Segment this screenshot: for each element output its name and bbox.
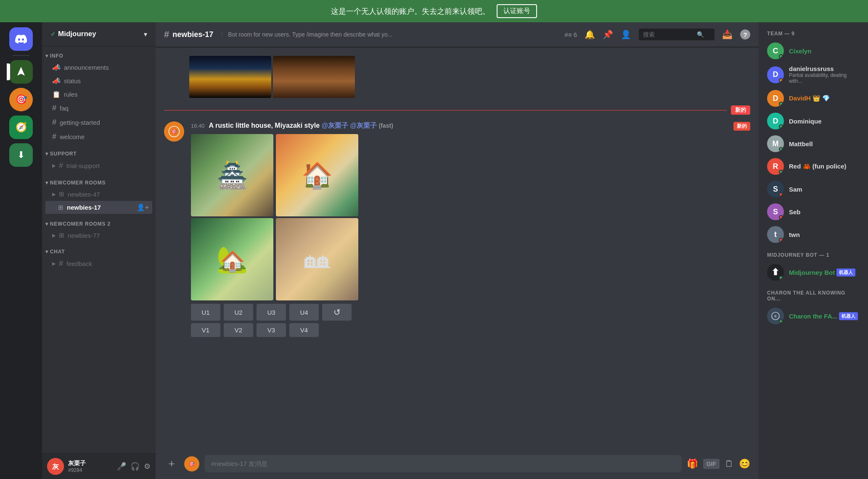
verify-account-button[interactable]: 认证账号 [497,4,537,18]
message-input-box[interactable] [204,455,682,472]
member-avatar-mattbell: M [767,135,784,152]
member-midjourney-bot[interactable]: Midjourney Bot 机器人 [764,261,863,283]
sticker-icon[interactable]: 🗒 [725,458,734,469]
help-icon[interactable]: ? [740,29,750,39]
member-status: Partial availability, dealing with... [789,72,860,84]
pin-icon[interactable]: 📌 [603,29,613,39]
grid-image-4: 🏘 [276,218,358,300]
u4-button[interactable]: U4 [289,304,319,321]
server-dropdown-icon[interactable]: ▾ [144,30,147,38]
add-content-button[interactable]: + [164,456,179,471]
gift-icon[interactable]: 🎁 [687,458,698,469]
members-list-icon[interactable]: 👤 [621,29,631,39]
u1-button[interactable]: U1 [191,304,220,321]
v4-button[interactable]: V4 [289,323,319,337]
channel-newbies-17[interactable]: ⊞ newbies-17 👤+ [45,201,152,214]
channel-trial-support[interactable]: ▶ # trial-support [45,159,152,173]
message-author: A rustic little house, Miyazaki style @灰… [209,121,393,130]
deafen-button[interactable]: 🎧 [130,462,140,471]
channel-feedback[interactable]: ▶ # feedback [45,257,152,271]
channel-newbies-47[interactable]: ▶ ⊞ newbies-47 [45,188,152,200]
category-arrow: ▾ [45,221,48,227]
channel-name: faq [60,105,69,112]
bot-tag: 机器人 [836,268,855,276]
member-name: Dominique [789,118,860,125]
v1-button[interactable]: V1 [191,323,220,337]
gif-button[interactable]: GIF [703,459,720,469]
channel-name: status [64,77,81,84]
server-icon-discord[interactable] [9,27,33,51]
add-member-icon[interactable]: 👤+ [137,203,149,211]
channel-rules[interactable]: 📋 rules [45,88,152,101]
server-icon-download[interactable]: ⬇ [9,143,33,167]
search-box[interactable]: 🔍 [639,29,715,40]
member-name: Red 🦀 (fun police) [789,163,860,170]
channel-announcements[interactable]: 📣 announcements [45,61,152,74]
member-mattbell[interactable]: M Mattbell [764,133,863,155]
member-info-dominique: Dominique [789,118,860,125]
thread-hash-icon: ⊞ [59,190,64,198]
member-sam[interactable]: S Sam [764,178,863,200]
new-message-divider: 新的 [164,105,750,115]
channel-faq[interactable]: # faq [45,101,152,115]
channel-name: newbies-77 [68,232,100,239]
settings-button[interactable]: ⚙ [144,462,151,471]
member-info-twn: twn [789,231,860,238]
members-sidebar: TEAM — 9 C Cixelyn D danielrussruss Part… [759,22,868,479]
member-seb[interactable]: S Seb [764,201,863,223]
mention: @灰栗子 [322,122,349,129]
v3-button[interactable]: V3 [257,323,286,337]
emoji-icon[interactable]: 😊 [739,458,750,469]
u2-button[interactable]: U2 [224,304,253,321]
server-header[interactable]: ✓ Midjourney ▾ [42,22,156,46]
member-danielrussruss[interactable]: D danielrussruss Partial availability, d… [764,63,863,87]
server-name: Midjourney [58,30,96,38]
member-info-red: Red 🦀 (fun police) [789,163,860,170]
inbox-icon[interactable]: 📥 [722,29,733,39]
v2-button[interactable]: V2 [224,323,253,337]
thread-count[interactable]: #≡ 6 [565,31,577,38]
refresh-button[interactable]: ↺ [322,304,352,321]
server-icon-green[interactable]: 🧭 [9,116,33,139]
member-info-seb: Seb [789,208,860,216]
member-davidh[interactable]: D DavidH 👑 💎 [764,87,863,109]
channel-header: # newbies-17 Bot room for new users. Typ… [156,22,759,47]
u3-button[interactable]: U3 [257,304,286,321]
main-content: # newbies-17 Bot room for new users. Typ… [156,22,759,479]
channel-status[interactable]: 📣 status [45,74,152,87]
category-label: NEWCOMER ROOMS 2 [50,221,111,227]
category-arrow: ▾ [45,151,48,157]
member-charon[interactable]: C Charon the FA... 机器人 [764,305,863,327]
channel-getting-started[interactable]: # getting-started [45,116,152,129]
server-icon-sail[interactable] [9,60,33,84]
message-header: 16:40 A rustic little house, Miyazaki st… [191,121,750,131]
member-name: Cixelyn [789,47,860,55]
member-info-mjbot: Midjourney Bot 机器人 [789,268,860,276]
message-time: 16:40 [191,123,205,129]
server-divider [13,55,29,56]
thread-icon: #≡ [565,31,572,38]
message-input[interactable] [211,460,675,467]
bot-tag: 机器人 [839,312,858,320]
search-icon: 🔍 [697,31,704,38]
category-chat: ▾ CHAT [42,242,156,256]
member-twn[interactable]: t twn [764,224,863,245]
member-cixelyn[interactable]: C Cixelyn [764,40,863,62]
member-name: Seb [789,208,860,216]
member-dominique[interactable]: D Dominique [764,110,863,132]
new-label: 新的 [731,105,750,115]
mute-button[interactable]: 🎤 [117,462,126,471]
channel-welcome[interactable]: # welcome [45,130,152,144]
server-icon-orange[interactable]: 🎯 [9,88,33,111]
username: 灰栗子 [68,460,113,467]
mute-channel-icon[interactable]: 🔔 [585,29,595,39]
member-avatar-sam: S [767,181,784,197]
messages-area: 新的 🎯 16:40 A rustic little house, Miyaza… [156,47,759,448]
channel-name: newbies-47 [68,191,100,198]
svg-text:C: C [774,314,776,318]
search-input[interactable] [643,31,693,38]
hash-icon: # [59,161,63,170]
channel-newbies-77[interactable]: ▶ ⊞ newbies-77 [45,229,152,242]
divider-line [164,110,727,111]
member-red[interactable]: R Red 🦀 (fun police) [764,155,863,177]
